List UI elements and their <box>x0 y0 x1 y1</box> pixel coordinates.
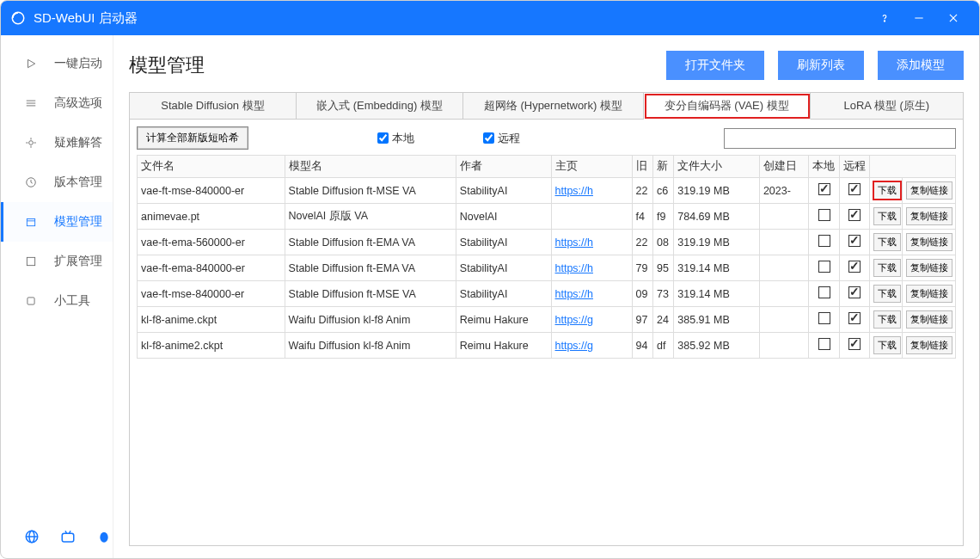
table-row[interactable]: animevae.ptNovelAI 原版 VANovelAIf4f9784.6… <box>138 204 956 230</box>
minimize-button[interactable] <box>902 1 936 35</box>
cell-c5: 97 <box>632 307 652 333</box>
svg-point-25 <box>100 532 107 543</box>
cell-remote[interactable] <box>839 178 869 204</box>
app-title: SD-WebUI 启动器 <box>34 10 138 27</box>
svg-rect-17 <box>27 257 34 265</box>
copy-link-button[interactable]: 复制链接 <box>906 259 952 277</box>
col-6[interactable]: 新 <box>652 156 673 178</box>
download-button[interactable]: 下载 <box>873 233 901 251</box>
cell-remote[interactable] <box>839 230 869 255</box>
homepage-link[interactable]: https://h <box>555 185 593 197</box>
copy-link-button[interactable]: 复制链接 <box>906 233 952 251</box>
sidebar-item-advanced[interactable]: 高级选项 <box>1 83 113 123</box>
table-row[interactable]: vae-ft-ema-560000-erStable Diffusion ft-… <box>138 230 956 255</box>
copy-link-button[interactable]: 复制链接 <box>906 285 952 303</box>
main-content: 模型管理 打开文件夹 刷新列表 添加模型 Stable Diffusion 模型… <box>113 35 979 558</box>
cell-size: 319.14 MB <box>674 255 760 281</box>
cell-remote[interactable] <box>839 204 869 230</box>
qq-icon[interactable] <box>95 528 113 545</box>
cell-modelname: Waifu Diffusion kl-f8 Anim <box>285 307 456 333</box>
table-row[interactable]: kl-f8-anime.ckptWaifu Diffusion kl-f8 An… <box>138 307 956 333</box>
download-button[interactable]: 下载 <box>873 285 901 303</box>
checkbox-icon <box>848 338 861 350</box>
cell-remote[interactable] <box>839 333 869 359</box>
cell-local[interactable] <box>809 255 839 281</box>
tab-embedding[interactable]: 嵌入式 (Embedding) 模型 <box>297 93 463 120</box>
local-checkbox-wrap[interactable]: 本地 <box>377 131 414 146</box>
homepage-link[interactable]: https://g <box>555 314 593 326</box>
tab-lora[interactable]: LoRA 模型 (原生) <box>811 93 963 120</box>
copy-link-button[interactable]: 复制链接 <box>906 310 952 329</box>
homepage-link[interactable]: https://h <box>555 288 593 300</box>
copy-link-button[interactable]: 复制链接 <box>906 181 952 200</box>
cell-remote[interactable] <box>839 281 869 307</box>
globe-icon[interactable] <box>23 528 40 545</box>
cell-local[interactable] <box>809 307 839 333</box>
remote-checkbox-wrap[interactable]: 远程 <box>483 131 520 146</box>
download-button[interactable]: 下载 <box>873 207 901 225</box>
bilibili-icon[interactable] <box>59 528 77 545</box>
col-filename[interactable]: 文件名 <box>138 156 285 178</box>
help-button[interactable] <box>867 1 902 35</box>
col-5[interactable]: 旧 <box>632 156 652 178</box>
open-folder-button[interactable]: 打开文件夹 <box>666 51 764 80</box>
local-checkbox[interactable] <box>377 132 389 144</box>
cell-size: 385.91 MB <box>674 307 760 333</box>
sidebar-item-troubleshoot[interactable]: 疑难解答 <box>1 123 113 163</box>
cell-local[interactable] <box>809 230 839 255</box>
col-local[interactable]: 本地 <box>809 156 839 178</box>
sidebar-item-launch[interactable]: 一键启动 <box>1 44 113 83</box>
cell-size: 319.19 MB <box>674 178 760 204</box>
table-row[interactable]: vae-ft-mse-840000-erStable Diffusion ft-… <box>138 281 956 307</box>
checkbox-icon <box>848 286 861 298</box>
sidebar-item-version[interactable]: 版本管理 <box>1 163 113 202</box>
checkbox-icon <box>848 261 861 273</box>
homepage-link[interactable]: https://h <box>555 262 593 274</box>
homepage-link[interactable]: https://g <box>555 340 593 352</box>
compute-hash-button[interactable]: 计算全部新版短哈希 <box>137 126 248 150</box>
cell-copy: 复制链接 <box>902 281 955 307</box>
col-modelname[interactable]: 模型名 <box>285 156 456 178</box>
download-button[interactable]: 下载 <box>873 181 901 200</box>
download-button[interactable]: 下载 <box>873 259 901 277</box>
sidebar-item-label: 模型管理 <box>54 214 102 230</box>
cell-local[interactable] <box>809 333 839 359</box>
remote-checkbox[interactable] <box>483 132 494 144</box>
copy-link-button[interactable]: 复制链接 <box>906 336 952 354</box>
cell-remote[interactable] <box>839 255 869 281</box>
col-author[interactable]: 作者 <box>456 156 551 178</box>
col-homepage[interactable]: 主页 <box>551 156 632 178</box>
close-button[interactable] <box>936 1 971 35</box>
tab-vae[interactable]: 变分自编码器 (VAE) 模型 <box>644 93 811 120</box>
search-input[interactable] <box>724 128 956 149</box>
cell-local[interactable] <box>809 281 839 307</box>
add-model-button[interactable]: 添加模型 <box>878 51 964 80</box>
col-filesize[interactable]: 文件大小 <box>674 156 760 178</box>
sidebar-item-models[interactable]: 模型管理 <box>1 202 113 242</box>
copy-link-button[interactable]: 复制链接 <box>906 207 952 225</box>
cell-author: StabilityAI <box>456 281 551 307</box>
download-button[interactable]: 下载 <box>873 336 901 354</box>
tab-sd[interactable]: Stable Diffusion 模型 <box>130 93 297 120</box>
sidebar-item-extensions[interactable]: 扩展管理 <box>1 242 113 281</box>
tab-hypernetwork[interactable]: 超网络 (Hypernetwork) 模型 <box>463 93 644 120</box>
cell-homepage: https://h <box>551 255 632 281</box>
model-tabs: Stable Diffusion 模型 嵌入式 (Embedding) 模型 超… <box>129 92 964 120</box>
cell-remote[interactable] <box>839 307 869 333</box>
table-row[interactable]: vae-ft-ema-840000-erStable Diffusion ft-… <box>138 255 956 281</box>
cell-local[interactable] <box>809 204 839 230</box>
homepage-link[interactable]: https://h <box>555 236 593 249</box>
download-button[interactable]: 下载 <box>873 310 901 329</box>
cell-local[interactable] <box>809 178 839 204</box>
cell-download: 下载 <box>870 204 903 230</box>
bug-icon <box>23 135 39 150</box>
table-row[interactable]: vae-ft-mse-840000-erStable Diffusion ft-… <box>138 178 956 204</box>
col-remote[interactable]: 远程 <box>839 156 869 178</box>
cell-c6: f9 <box>652 204 673 230</box>
refresh-list-button[interactable]: 刷新列表 <box>778 51 864 80</box>
app-icon <box>9 9 27 27</box>
sidebar-item-tools[interactable]: 小工具 <box>1 281 113 321</box>
cell-filename: vae-ft-mse-840000-er <box>138 281 285 307</box>
table-row[interactable]: kl-f8-anime2.ckptWaifu Diffusion kl-f8 A… <box>138 333 956 359</box>
col-created[interactable]: 创建日 <box>759 156 809 178</box>
